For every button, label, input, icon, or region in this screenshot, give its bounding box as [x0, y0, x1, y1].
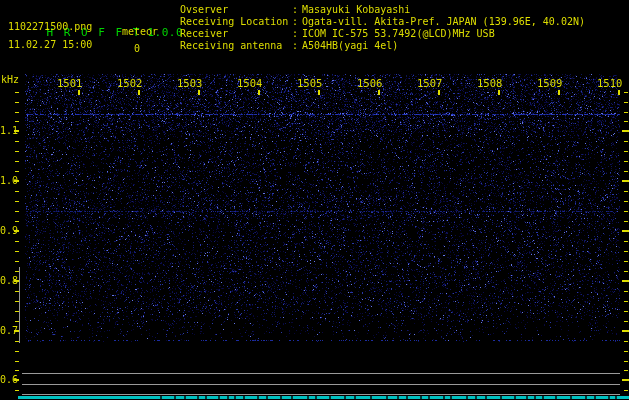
- colon-separator: :: [292, 16, 302, 28]
- info-row-receiver: Receiver:ICOM IC-575 53.7492(@LCD)MHz US…: [180, 28, 585, 40]
- time-tick-label: 1503: [177, 77, 202, 89]
- freq-tick-label: 1.1: [0, 125, 17, 137]
- meteor-count-header: meteor: [122, 26, 158, 38]
- info-label: Receiving antenna: [180, 40, 292, 52]
- time-tick-label: 1505: [297, 77, 322, 89]
- time-tick-label: 1509: [537, 77, 562, 89]
- info-value: Ogata-vill. Akita-Pref. JAPAN (139.96E, …: [302, 16, 585, 28]
- datetime-label: 11.02.27 15:00: [8, 39, 92, 51]
- colon-separator: :: [292, 28, 302, 40]
- info-row-location: Receiving Location:Ogata-vill. Akita-Pre…: [180, 16, 585, 28]
- info-label: Receiver: [180, 28, 292, 40]
- info-label: Receiving Location: [180, 16, 292, 28]
- time-tick-label: 1501: [57, 77, 82, 89]
- meteor-count-value: 0: [134, 43, 140, 55]
- output-filename: 1102271500.png: [8, 21, 92, 33]
- station-info: Ovserver:Masayuki Kobayashi Receiving Lo…: [180, 4, 585, 52]
- info-label: Ovserver: [180, 4, 292, 16]
- time-tick-label: 1507: [417, 77, 442, 89]
- colon-separator: :: [292, 40, 302, 52]
- freq-tick-label: 0.6: [0, 374, 17, 386]
- info-row-antenna: Receiving antenna:A504HB(yagi 4el): [180, 40, 585, 52]
- freq-tick-label: 0.7: [0, 325, 17, 337]
- time-tick-label: 1510: [597, 77, 622, 89]
- info-value: A504HB(yagi 4el): [302, 40, 398, 52]
- spectrogram-canvas: [0, 0, 629, 400]
- freq-tick-label: 0.9: [0, 225, 17, 237]
- colon-separator: :: [292, 4, 302, 16]
- info-value: Masayuki Kobayashi: [302, 4, 410, 16]
- time-tick-label: 1504: [237, 77, 262, 89]
- info-value: ICOM IC-575 53.7492(@LCD)MHz USB: [302, 28, 495, 40]
- time-tick-label: 1508: [477, 77, 502, 89]
- info-row-observer: Ovserver:Masayuki Kobayashi: [180, 4, 585, 16]
- time-tick-label: 1506: [357, 77, 382, 89]
- freq-tick-label: 1.0: [0, 175, 17, 187]
- hrofft-spectrogram-screen: H R O F F T1.0.0 1102271500.png meteor 1…: [0, 0, 629, 400]
- time-tick-label: 1502: [117, 77, 142, 89]
- freq-axis-unit: kHz: [1, 74, 19, 86]
- freq-tick-label: 0.8: [0, 275, 17, 287]
